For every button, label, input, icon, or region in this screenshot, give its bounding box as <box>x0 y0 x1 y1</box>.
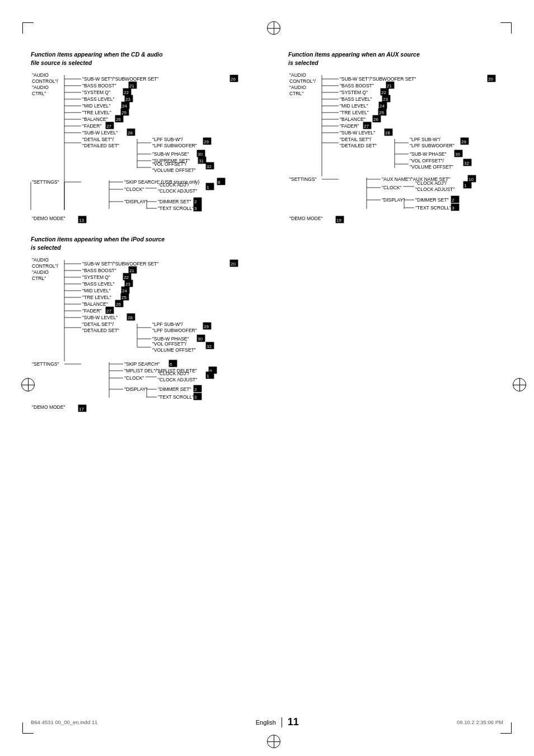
svg-text:"LPF SUBWOOFER": "LPF SUBWOOFER" <box>152 143 197 148</box>
footer: B64 4531 00_00_en.indd 11 English 11 09.… <box>31 716 503 728</box>
svg-text:25: 25 <box>379 110 384 115</box>
svg-text:23: 23 <box>125 282 130 287</box>
cd-audio-tree: .tn { font-family: Arial, sans-serif; fo… <box>31 70 260 238</box>
svg-text:"DISPLAY": "DISPLAY" <box>124 199 147 204</box>
svg-text:23: 23 <box>125 97 130 102</box>
svg-text:"SUB-W LEVEL": "SUB-W LEVEL" <box>82 130 118 136</box>
svg-text:22: 22 <box>124 90 129 95</box>
svg-text:"BASS BOOST": "BASS BOOST" <box>82 268 116 273</box>
svg-text:CONTROL"/: CONTROL"/ <box>289 78 316 84</box>
aux-tree: "AUDIO CONTROL"/ "AUDIO CTRL" "SUB-W SET… <box>288 70 518 235</box>
svg-text:"FADER": "FADER" <box>82 123 101 129</box>
svg-text:"DETAIL SET"/: "DETAIL SET"/ <box>82 137 114 142</box>
svg-text:26: 26 <box>231 77 236 82</box>
svg-text:"MID LEVEL": "MID LEVEL" <box>340 103 368 109</box>
svg-text:"SUB-W PHASE": "SUB-W PHASE" <box>152 151 189 157</box>
svg-text:30: 30 <box>198 337 203 342</box>
svg-text:"FADER": "FADER" <box>82 308 101 314</box>
svg-text:"AUDIO: "AUDIO <box>32 72 49 78</box>
svg-text:8: 8 <box>218 180 221 185</box>
svg-text:22: 22 <box>124 275 129 280</box>
svg-text:21: 21 <box>387 83 392 88</box>
svg-text:27: 27 <box>364 124 369 129</box>
svg-text:"DIMMER SET": "DIMMER SET" <box>158 386 191 392</box>
svg-text:"DETAILED SET": "DETAILED SET" <box>82 143 119 148</box>
cd-audio-title: Function items appearing when the CD & a… <box>31 50 266 67</box>
svg-text:CTRL": CTRL" <box>32 276 46 281</box>
svg-text:29: 29 <box>204 324 209 329</box>
svg-text:"BALANCE": "BALANCE" <box>82 116 108 122</box>
svg-text:"DIMMER SET": "DIMMER SET" <box>158 199 191 204</box>
svg-text:"BASS LEVEL": "BASS LEVEL" <box>82 281 115 287</box>
svg-text:"BASS LEVEL": "BASS LEVEL" <box>340 96 372 102</box>
svg-text:"TEXT SCROLL": "TEXT SCROLL" <box>158 206 194 211</box>
svg-text:"VOLUME OFFSET": "VOLUME OFFSET" <box>152 347 196 353</box>
svg-text:"DETAIL SET"/: "DETAIL SET"/ <box>82 321 114 327</box>
svg-text:"BASS LEVEL": "BASS LEVEL" <box>82 96 115 102</box>
svg-text:"DISPLAY": "DISPLAY" <box>124 386 147 392</box>
svg-text:"CLOCK ADJ"/: "CLOCK ADJ"/ <box>158 371 189 376</box>
svg-text:29: 29 <box>204 139 209 144</box>
svg-text:26: 26 <box>116 117 121 122</box>
svg-text:27: 27 <box>106 124 111 129</box>
svg-text:25: 25 <box>121 110 127 115</box>
page-content: Function items appearing when the CD & a… <box>31 45 503 711</box>
svg-text:28: 28 <box>128 315 133 320</box>
svg-text:13: 13 <box>79 218 84 223</box>
svg-text:30: 30 <box>455 152 460 157</box>
svg-text:26: 26 <box>373 117 378 122</box>
svg-text:"LPF SUBWOOFER": "LPF SUBWOOFER" <box>152 328 197 333</box>
svg-text:24: 24 <box>122 288 127 293</box>
svg-text:"SUB-W SET"/"SUBWOOFER SET": "SUB-W SET"/"SUBWOOFER SET" <box>82 76 158 82</box>
svg-text:CTRL": CTRL" <box>32 91 46 96</box>
svg-text:1: 1 <box>464 183 467 188</box>
svg-text:22: 22 <box>381 90 386 95</box>
svg-text:20: 20 <box>231 262 236 267</box>
svg-text:2: 2 <box>194 199 197 204</box>
svg-text:CONTROL"/: CONTROL"/ <box>32 263 59 269</box>
svg-text:"DISPLAY": "DISPLAY" <box>382 197 405 203</box>
aux-title: Function items appearing when an AUX sou… <box>288 50 523 67</box>
svg-text:"CLOCK": "CLOCK" <box>382 185 401 190</box>
svg-text:3: 3 <box>452 206 455 211</box>
svg-text:25: 25 <box>121 295 127 300</box>
svg-text:"MID LEVEL": "MID LEVEL" <box>82 288 110 293</box>
svg-text:3: 3 <box>194 395 197 400</box>
svg-text:"DIMMER SET": "DIMMER SET" <box>415 197 448 203</box>
svg-text:32: 32 <box>207 344 212 349</box>
svg-text:"MID LEVEL": "MID LEVEL" <box>82 103 110 109</box>
svg-text:"LPF SUB-W"/: "LPF SUB-W"/ <box>152 137 183 142</box>
svg-text:"SUB-W SET"/"SUBWOOFER SET": "SUB-W SET"/"SUBWOOFER SET" <box>82 261 158 267</box>
corner-mark-tl <box>22 22 34 34</box>
svg-text:"VOLUME OFFSET": "VOLUME OFFSET" <box>152 167 196 173</box>
svg-text:"SETTINGS": "SETTINGS" <box>289 176 317 182</box>
ipod-tree: "AUDIO CONTROL"/ "AUDIO CTRL" "SUB-W SET… <box>31 255 260 423</box>
svg-text:"SUB-W LEVEL": "SUB-W LEVEL" <box>82 315 118 320</box>
svg-text:"SUB-W SET"/"SUBWOOFER SET": "SUB-W SET"/"SUBWOOFER SET" <box>340 76 416 82</box>
svg-text:"AUDIO: "AUDIO <box>32 257 49 263</box>
svg-text:"CLOCK ADJUST": "CLOCK ADJUST" <box>158 188 197 194</box>
svg-text:24: 24 <box>122 104 127 109</box>
svg-text:"DEMO MODE": "DEMO MODE" <box>32 216 65 221</box>
svg-text:"SYSTEM Q": "SYSTEM Q" <box>82 90 110 95</box>
language-label: English <box>256 719 276 726</box>
svg-text:21: 21 <box>129 268 134 273</box>
svg-text:"LPF SUB-W"/: "LPF SUB-W"/ <box>152 321 183 327</box>
ipod-title: Function items appearing when the iPod s… <box>31 235 266 251</box>
svg-text:"AUDIO: "AUDIO <box>32 85 49 90</box>
page-number: 11 <box>288 716 299 728</box>
svg-text:"BALANCE": "BALANCE" <box>82 301 108 307</box>
svg-text:CONTROL"/: CONTROL"/ <box>32 78 59 84</box>
svg-text:"BASS BOOST": "BASS BOOST" <box>340 83 374 88</box>
svg-text:6: 6 <box>170 362 172 367</box>
svg-text:"SYSTEM Q": "SYSTEM Q" <box>340 90 368 95</box>
footer-timestamp: 09.10.2 2:35:06 PM <box>457 719 503 725</box>
divider <box>282 717 282 727</box>
corner-mark-tr <box>500 22 512 34</box>
svg-text:"DETAIL SET"/: "DETAIL SET"/ <box>340 137 372 142</box>
svg-text:31: 31 <box>199 158 204 164</box>
svg-text:27: 27 <box>106 309 111 314</box>
svg-text:"BALANCE": "BALANCE" <box>340 116 366 122</box>
svg-text:"LPF SUBWOOFER": "LPF SUBWOOFER" <box>410 143 455 148</box>
svg-text:"AUDIO: "AUDIO <box>289 85 306 90</box>
